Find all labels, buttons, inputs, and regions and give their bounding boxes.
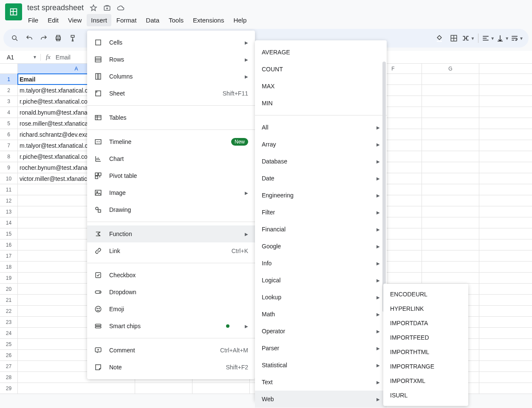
row-header[interactable]: 22 — [0, 306, 18, 316]
insert-smart-chips[interactable]: Smart chips▶ — [87, 318, 255, 335]
fn-cat-date[interactable]: Date▶ — [255, 170, 387, 187]
menu-tools[interactable]: Tools — [164, 14, 188, 26]
menu-edit[interactable]: Edit — [43, 14, 63, 26]
insert-pivot-table[interactable]: Pivot table — [87, 167, 255, 184]
cell[interactable] — [422, 129, 479, 140]
cell[interactable] — [422, 239, 479, 250]
fill-color-icon[interactable] — [433, 32, 446, 45]
fn-cat-logical[interactable]: Logical▶ — [255, 272, 387, 289]
cell[interactable] — [422, 262, 479, 272]
borders-icon[interactable] — [447, 32, 460, 45]
cell[interactable] — [192, 383, 250, 394]
web-fn-hyperlink[interactable]: HYPERLINK — [383, 301, 468, 316]
halign-dropdown[interactable]: ▼ — [482, 34, 495, 42]
fn-cat-statistical[interactable]: Statistical▶ — [255, 357, 387, 374]
row-header[interactable]: 12 — [0, 195, 18, 206]
cell[interactable] — [422, 118, 479, 129]
fn-min[interactable]: MIN — [255, 95, 387, 112]
wrap-dropdown[interactable]: ▼ — [511, 34, 524, 42]
insert-tables[interactable]: Tables — [87, 109, 255, 126]
row-header[interactable]: 1 — [0, 74, 18, 84]
row-header[interactable]: 27 — [0, 361, 18, 371]
cell[interactable] — [422, 74, 479, 84]
cell[interactable] — [422, 85, 479, 96]
fn-cat-parser[interactable]: Parser▶ — [255, 340, 387, 357]
menu-insert[interactable]: Insert — [87, 14, 111, 26]
fn-cat-lookup[interactable]: Lookup▶ — [255, 289, 387, 306]
fn-cat-array[interactable]: Array▶ — [255, 136, 387, 153]
row-header[interactable]: 11 — [0, 184, 18, 195]
cell[interactable] — [422, 151, 479, 162]
insert-emoji[interactable]: Emoji — [87, 301, 255, 318]
insert-comment[interactable]: CommentCtrl+Alt+M — [87, 342, 255, 359]
insert-drawing[interactable]: Drawing — [87, 201, 255, 218]
web-fn-isurl[interactable]: ISURL — [383, 388, 468, 402]
row-header[interactable]: 26 — [0, 350, 18, 360]
insert-sheet[interactable]: SheetShift+F11 — [87, 85, 255, 102]
print-icon[interactable] — [52, 32, 65, 45]
fn-cat-filter[interactable]: Filter▶ — [255, 204, 387, 221]
star-icon[interactable] — [90, 4, 97, 12]
web-fn-importrange[interactable]: IMPORTRANGE — [383, 359, 468, 374]
row-header[interactable]: 28 — [0, 372, 18, 383]
web-fn-importhtml[interactable]: IMPORTHTML — [383, 345, 468, 359]
row-header[interactable]: 24 — [0, 328, 18, 338]
cell[interactable] — [422, 228, 479, 239]
menu-extensions[interactable]: Extensions — [189, 14, 228, 26]
fn-cat-engineering[interactable]: Engineering▶ — [255, 187, 387, 204]
web-fn-importxml[interactable]: IMPORTXML — [383, 374, 468, 388]
cell[interactable] — [422, 206, 479, 217]
col-header-G[interactable]: G — [422, 64, 479, 73]
cell[interactable] — [422, 195, 479, 206]
menu-view[interactable]: View — [64, 14, 86, 26]
name-box[interactable]: A1 ▼ — [3, 54, 41, 61]
cell[interactable] — [422, 184, 479, 195]
menu-format[interactable]: Format — [112, 14, 141, 26]
row-header[interactable]: 21 — [0, 295, 18, 305]
insert-cells[interactable]: Cells▶ — [87, 34, 255, 51]
web-fn-importdata[interactable]: IMPORTDATA — [383, 316, 468, 330]
cloud-icon[interactable] — [117, 4, 125, 12]
menu-data[interactable]: Data — [141, 14, 164, 26]
fn-cat-all[interactable]: All▶ — [255, 119, 387, 136]
fn-cat-info[interactable]: Info▶ — [255, 255, 387, 272]
merge-dropdown[interactable]: ▼ — [462, 34, 475, 42]
row-header[interactable]: 19 — [0, 273, 18, 283]
row-header[interactable]: 4 — [0, 107, 18, 118]
row-header[interactable]: 6 — [0, 129, 18, 140]
row-header[interactable]: 13 — [0, 206, 18, 217]
row-header[interactable]: 14 — [0, 217, 18, 228]
fn-cat-math[interactable]: Math▶ — [255, 306, 387, 323]
insert-columns[interactable]: Columns▶ — [87, 68, 255, 85]
row-header[interactable]: 16 — [0, 239, 18, 250]
cell[interactable] — [18, 383, 135, 394]
cell[interactable] — [422, 217, 479, 228]
undo-icon[interactable] — [23, 32, 36, 45]
insert-link[interactable]: LinkCtrl+K — [87, 242, 255, 259]
fn-average[interactable]: AVERAGE — [255, 44, 387, 61]
paint-format-icon[interactable] — [66, 32, 79, 45]
fn-cat-database[interactable]: Database▶ — [255, 153, 387, 170]
row-header[interactable]: 20 — [0, 284, 18, 294]
menu-file[interactable]: File — [24, 14, 42, 26]
scrollbar[interactable] — [382, 62, 386, 312]
web-fn-importfeed[interactable]: IMPORTFEED — [383, 330, 468, 345]
insert-rows[interactable]: Rows▶ — [87, 51, 255, 68]
valign-dropdown[interactable]: ▼ — [496, 34, 509, 42]
fn-cat-text[interactable]: Text▶ — [255, 374, 387, 391]
cell[interactable] — [422, 162, 479, 173]
row-header[interactable]: 2 — [0, 85, 18, 96]
menu-help[interactable]: Help — [229, 14, 251, 26]
row-header[interactable]: 3 — [0, 96, 18, 107]
fn-cat-operator[interactable]: Operator▶ — [255, 323, 387, 340]
document-title[interactable]: test spreadsheet — [27, 3, 84, 12]
cell[interactable] — [422, 96, 479, 107]
cell[interactable] — [422, 273, 479, 283]
fn-cat-google[interactable]: Google▶ — [255, 238, 387, 255]
web-fn-encodeurl[interactable]: ENCODEURL — [383, 287, 468, 301]
fn-count[interactable]: COUNT — [255, 61, 387, 78]
cell[interactable] — [422, 107, 479, 118]
row-header[interactable]: 5 — [0, 118, 18, 129]
redo-icon[interactable] — [37, 32, 50, 45]
cell[interactable] — [422, 173, 479, 184]
